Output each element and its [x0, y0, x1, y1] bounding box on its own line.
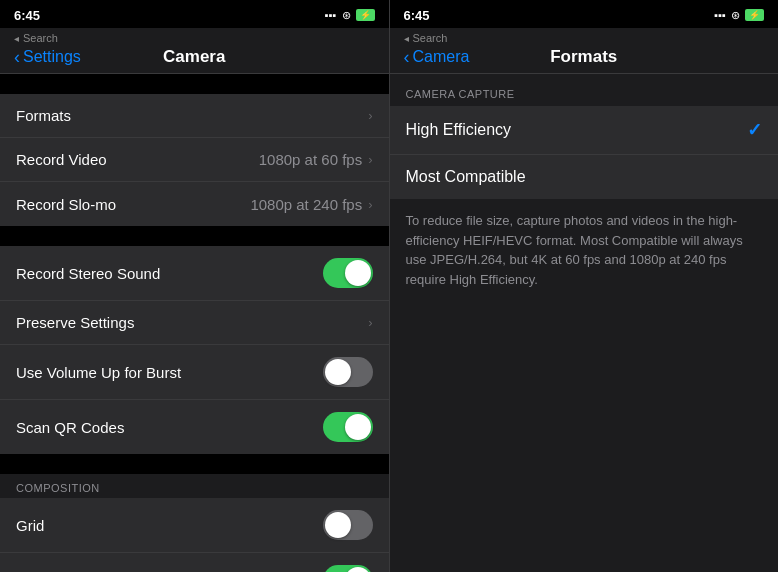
formats-item[interactable]: Formats › [0, 94, 389, 138]
record-video-label: Record Video [16, 151, 107, 168]
record-video-value: 1080p at 60 fps [259, 151, 362, 168]
grid-knob [325, 512, 351, 538]
mirror-front-toggle[interactable] [323, 565, 373, 572]
mirror-front-item[interactable]: Mirror Front Camera [0, 553, 389, 572]
record-stereo-item[interactable]: Record Stereo Sound [0, 246, 389, 301]
formats-title: Formats [550, 47, 617, 67]
status-icons-right: ▪▪▪ ⊛ ⚡ [714, 9, 764, 22]
group-formats: Formats › Record Video 1080p at 60 fps ›… [0, 94, 389, 226]
battery-icon-right: ⚡ [745, 9, 764, 21]
scan-qr-item[interactable]: Scan QR Codes [0, 400, 389, 454]
volume-burst-item[interactable]: Use Volume Up for Burst [0, 345, 389, 400]
preserve-settings-item[interactable]: Preserve Settings › [0, 301, 389, 345]
volume-burst-toggle[interactable] [323, 357, 373, 387]
back-chevron-right: ‹ [404, 47, 410, 68]
record-stereo-label: Record Stereo Sound [16, 265, 160, 282]
composition-section-label: COMPOSITION [0, 474, 389, 498]
record-video-chevron: › [368, 152, 372, 167]
nav-bar-left: ◂ Search ‹ Settings Camera [0, 28, 389, 73]
left-panel: 6:45 ▪▪▪ ⊛ ⚡ ◂ Search ‹ Settings Camera … [0, 0, 389, 572]
signal-icon-right: ▪▪▪ [714, 9, 726, 21]
status-bar-right: 6:45 ▪▪▪ ⊛ ⚡ [390, 0, 779, 28]
record-stereo-knob [345, 260, 371, 286]
format-description: To reduce file size, capture photos and … [390, 199, 779, 301]
signal-icon-left: ▪▪▪ [325, 9, 337, 21]
record-slomo-right: 1080p at 240 fps › [250, 196, 372, 213]
nav-title-row-left: ‹ Settings Camera [14, 47, 375, 67]
preserve-settings-chevron: › [368, 315, 372, 330]
wifi-icon-left: ⊛ [342, 9, 351, 22]
high-efficiency-label: High Efficiency [406, 121, 512, 139]
search-label-left: Search [23, 32, 58, 44]
search-back-right[interactable]: ◂ Search [404, 32, 765, 44]
camera-title: Camera [163, 47, 225, 67]
back-arrow-search-left: ◂ [14, 33, 19, 44]
scan-qr-knob [345, 414, 371, 440]
back-text-left: Settings [23, 48, 81, 66]
gap2 [0, 226, 389, 246]
time-left: 6:45 [14, 8, 40, 23]
scan-qr-label: Scan QR Codes [16, 419, 124, 436]
record-video-right: 1080p at 60 fps › [259, 151, 373, 168]
nav-title-row-right: ‹ Camera Formats [404, 47, 765, 67]
status-icons-left: ▪▪▪ ⊛ ⚡ [325, 9, 375, 22]
high-efficiency-item[interactable]: High Efficiency ✓ [390, 106, 779, 155]
mirror-front-knob [345, 567, 371, 572]
volume-burst-label: Use Volume Up for Burst [16, 364, 181, 381]
formats-group: High Efficiency ✓ Most Compatible [390, 106, 779, 199]
back-text-right: Camera [413, 48, 470, 66]
settings-list: Formats › Record Video 1080p at 60 fps ›… [0, 74, 389, 572]
status-bar-left: 6:45 ▪▪▪ ⊛ ⚡ [0, 0, 389, 28]
preserve-settings-label: Preserve Settings [16, 314, 134, 331]
most-compatible-item[interactable]: Most Compatible [390, 155, 779, 199]
back-chevron-left: ‹ [14, 47, 20, 68]
camera-capture-label: CAMERA CAPTURE [390, 74, 779, 106]
grid-toggle[interactable] [323, 510, 373, 540]
most-compatible-label: Most Compatible [406, 168, 526, 186]
grid-item[interactable]: Grid [0, 498, 389, 553]
record-slomo-chevron: › [368, 197, 372, 212]
search-label-right: Search [413, 32, 448, 44]
formats-chevron: › [368, 108, 372, 123]
volume-burst-knob [325, 359, 351, 385]
search-back-left[interactable]: ◂ Search [14, 32, 375, 44]
group-sound: Record Stereo Sound Preserve Settings › … [0, 246, 389, 454]
nav-bar-right: ◂ Search ‹ Camera Formats [390, 28, 779, 73]
scan-qr-toggle[interactable] [323, 412, 373, 442]
wifi-icon-right: ⊛ [731, 9, 740, 22]
high-efficiency-checkmark: ✓ [747, 119, 762, 141]
grid-label: Grid [16, 517, 44, 534]
record-slomo-value: 1080p at 240 fps [250, 196, 362, 213]
record-stereo-toggle[interactable] [323, 258, 373, 288]
gap3 [0, 454, 389, 474]
formats-label: Formats [16, 107, 71, 124]
time-right: 6:45 [404, 8, 430, 23]
formats-list: CAMERA CAPTURE High Efficiency ✓ Most Co… [390, 74, 779, 572]
record-video-item[interactable]: Record Video 1080p at 60 fps › [0, 138, 389, 182]
group-composition: Grid Mirror Front Camera [0, 498, 389, 572]
battery-icon-left: ⚡ [356, 9, 375, 21]
right-panel: 6:45 ▪▪▪ ⊛ ⚡ ◂ Search ‹ Camera Formats C… [390, 0, 779, 572]
top-gap [0, 74, 389, 94]
camera-back-button[interactable]: ‹ Camera [404, 47, 470, 68]
back-arrow-search-right: ◂ [404, 33, 409, 44]
preserve-settings-right: › [368, 315, 372, 330]
record-slomo-label: Record Slo-mo [16, 196, 116, 213]
record-slomo-item[interactable]: Record Slo-mo 1080p at 240 fps › [0, 182, 389, 226]
formats-right: › [368, 108, 372, 123]
settings-back-button[interactable]: ‹ Settings [14, 47, 81, 68]
